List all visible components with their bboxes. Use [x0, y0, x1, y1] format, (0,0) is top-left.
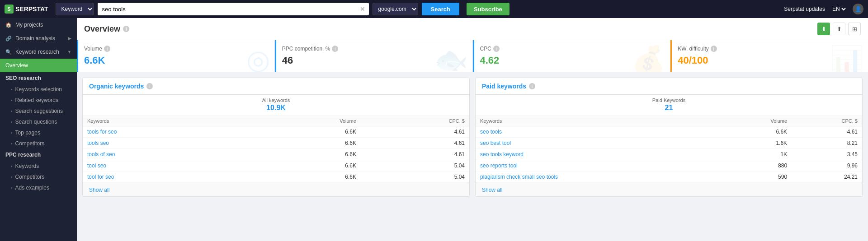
all-keywords-label: All keywords: [89, 97, 463, 103]
metric-volume-info[interactable]: i: [104, 46, 110, 52]
paid-keyword-cell: seo reports tool: [476, 160, 720, 171]
paid-keyword-cell: seo best tool: [476, 138, 720, 149]
metric-difficulty: KW. difficulty i 40/100 📊: [670, 40, 868, 72]
paid-keywords-header: Paid keywords i: [476, 78, 862, 95]
paid-keywords-table: Keywords Volume CPC, $ seo tools 6.6K 4.…: [476, 116, 862, 183]
all-keywords-value: 10.9K: [89, 104, 463, 112]
paid-keywords-info[interactable]: i: [529, 83, 535, 89]
sidebar-item-search-questions[interactable]: Search questions: [0, 116, 77, 127]
table-row: tool seo 6.6K 5.04: [83, 160, 469, 171]
metric-ppc-bg: 🐟: [434, 44, 468, 72]
lang-select[interactable]: EN: [830, 5, 847, 13]
sidebar-item-my-projects[interactable]: 🏠 My projects: [0, 18, 77, 32]
updates-label[interactable]: Serpstat updates: [784, 6, 825, 12]
paid-volume-cell: 1K: [720, 149, 792, 160]
paid-show-all-link[interactable]: Show all: [482, 187, 502, 193]
header-actions: ⬇ ⬆ ⊞: [817, 23, 861, 35]
sidebar-item-top-pages[interactable]: Top pages: [0, 127, 77, 138]
table-row: tools for seo 6.6K 4.61: [83, 126, 469, 138]
sidebar-item-ads-examples[interactable]: Ads examples: [0, 182, 77, 193]
paid-volume-cell: 590: [720, 171, 792, 183]
sidebar-item-ppc-competitors[interactable]: Competitors: [0, 171, 77, 182]
sidebar-item-overview[interactable]: Overview: [0, 59, 77, 72]
paid-keyword-link[interactable]: plagiarism check small seo tools: [480, 174, 558, 180]
clear-icon[interactable]: ✕: [360, 5, 365, 13]
organic-keyword-cell: tools of seo: [83, 149, 250, 160]
sidebar-category-seo[interactable]: SEO research: [0, 72, 77, 84]
organic-cpc-cell: 4.61: [361, 149, 469, 160]
sidebar-item-keywords[interactable]: Keywords: [0, 161, 77, 171]
organic-volume-cell: 6.6K: [250, 126, 361, 138]
paid-keywords-title: Paid keywords: [482, 83, 526, 90]
main-layout: 🏠 My projects 🔗 Domain analysis ▶ 🔍 Keyw…: [0, 18, 868, 241]
sidebar-item-keywords-selection[interactable]: Keywords selection: [0, 84, 77, 95]
paid-keywords-label: Paid Keywords: [482, 97, 856, 103]
search-type-select[interactable]: Keyword: [56, 3, 94, 15]
organic-keyword-link[interactable]: tool seo: [87, 162, 106, 169]
sidebar-item-keyword-research[interactable]: 🔍 Keyword research ▼: [0, 45, 77, 59]
sidebar-item-competitors[interactable]: Competitors: [0, 138, 77, 149]
metric-cpc-info[interactable]: i: [493, 46, 500, 52]
metric-difficulty-info[interactable]: i: [711, 46, 717, 52]
logo-icon: S: [5, 5, 14, 14]
table-row: tools of seo 6.6K 4.61: [83, 149, 469, 160]
user-avatar[interactable]: 👤: [853, 4, 863, 14]
organic-col-cpc: CPC, $: [361, 116, 469, 126]
sidebar-item-search-suggestions[interactable]: Search suggestions: [0, 106, 77, 116]
organic-keywords-stats: All keywords 10.9K: [83, 95, 469, 116]
paid-show-all-row: Show all: [476, 183, 862, 196]
organic-show-all-link[interactable]: Show all: [89, 187, 109, 193]
organic-cpc-cell: 5.04: [361, 160, 469, 171]
search-button[interactable]: Search: [422, 3, 459, 15]
paid-cpc-cell: 24.21: [792, 171, 862, 183]
organic-keywords-title: Organic keywords: [89, 83, 144, 90]
paid-keyword-link[interactable]: seo tools: [480, 129, 502, 135]
subscribe-button[interactable]: Subscribe: [467, 3, 509, 15]
paid-keyword-link[interactable]: seo reports tool: [480, 162, 518, 169]
sidebar-label-related-keywords: Related keywords: [15, 97, 58, 103]
paid-keyword-link[interactable]: seo best tool: [480, 140, 511, 146]
paid-keyword-cell: plagiarism check small seo tools: [476, 171, 720, 183]
paid-keyword-cell: seo tools: [476, 126, 720, 138]
paid-volume-cell: 880: [720, 160, 792, 171]
sidebar-label-keywords: Keywords: [15, 163, 39, 169]
organic-keyword-cell: tool for seo: [83, 171, 250, 183]
paid-keyword-link[interactable]: seo tools keyword: [480, 151, 524, 158]
organic-keywords-header: Organic keywords i: [83, 78, 469, 95]
download-button[interactable]: ⬇: [817, 23, 830, 35]
table-row: seo reports tool 880 9.96: [476, 160, 862, 171]
overview-info-icon[interactable]: i: [123, 26, 129, 32]
organic-keyword-cell: tools seo: [83, 138, 250, 149]
sidebar-item-domain-analysis[interactable]: 🔗 Domain analysis ▶: [0, 32, 77, 45]
grid-button[interactable]: ⊞: [848, 23, 861, 35]
domain-select[interactable]: google.com: [373, 3, 418, 15]
metric-ppc-info[interactable]: i: [332, 46, 338, 52]
table-row: plagiarism check small seo tools 590 24.…: [476, 171, 862, 183]
sidebar-label-overview: Overview: [5, 62, 28, 69]
organic-keyword-link[interactable]: tool for seo: [87, 174, 114, 180]
sidebar-category-ppc[interactable]: PPC research: [0, 149, 77, 161]
expand-icon: ▶: [68, 36, 71, 41]
two-col-section: Organic keywords i All keywords 10.9K Ke…: [77, 72, 868, 202]
paid-cpc-cell: 3.45: [792, 149, 862, 160]
organic-keywords-info[interactable]: i: [146, 83, 153, 89]
sidebar: 🏠 My projects 🔗 Domain analysis ▶ 🔍 Keyw…: [0, 18, 77, 241]
search-input[interactable]: [98, 3, 369, 15]
sidebar-item-related-keywords[interactable]: Related keywords: [0, 95, 77, 106]
sidebar-label-search-questions: Search questions: [15, 119, 57, 125]
paid-volume-cell: 6.6K: [720, 126, 792, 138]
organic-keyword-link[interactable]: tools of seo: [87, 151, 115, 158]
organic-keyword-cell: tool seo: [83, 160, 250, 171]
organic-keyword-link[interactable]: tools for seo: [87, 129, 117, 135]
organic-show-all-row: Show all: [83, 183, 469, 196]
organic-keyword-link[interactable]: tools seo: [87, 140, 109, 146]
share-button[interactable]: ⬆: [833, 23, 845, 35]
paid-cpc-cell: 9.96: [792, 160, 862, 171]
table-row: tool for seo 6.6K 5.04: [83, 171, 469, 183]
sidebar-label-my-projects: My projects: [15, 22, 43, 28]
table-row: seo tools keyword 1K 3.45: [476, 149, 862, 160]
organic-col-keywords: Keywords: [83, 116, 250, 126]
expand-icon-2: ▼: [67, 50, 71, 54]
table-row: tools seo 6.6K 4.61: [83, 138, 469, 149]
organic-volume-cell: 6.6K: [250, 138, 361, 149]
